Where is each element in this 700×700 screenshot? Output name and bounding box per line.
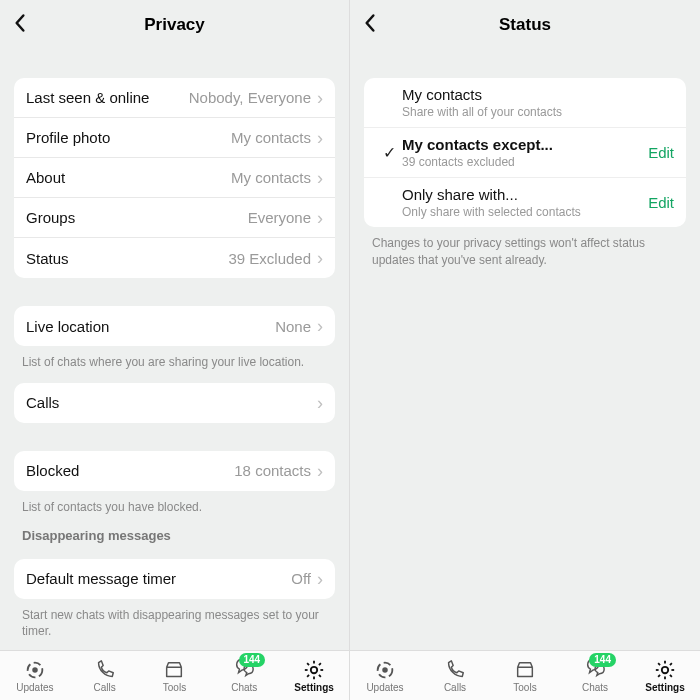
tab-label: Tools xyxy=(513,682,536,693)
privacy-screen: Privacy Last seen & online Nobody, Every… xyxy=(0,0,350,700)
live-location-note: List of chats where you are sharing your… xyxy=(14,346,335,371)
tab-tools[interactable]: Tools xyxy=(140,651,210,700)
row-calls[interactable]: Calls › xyxy=(14,383,335,423)
svg-point-12 xyxy=(382,667,388,673)
edit-button[interactable]: Edit xyxy=(640,144,674,161)
back-button[interactable] xyxy=(12,13,28,37)
tab-chats[interactable]: 144 Chats xyxy=(209,651,279,700)
tab-updates[interactable]: Updates xyxy=(350,651,420,700)
row-label: Status xyxy=(26,250,228,267)
svg-line-7 xyxy=(307,663,309,665)
chevron-right-icon: › xyxy=(317,129,323,147)
page-title: Status xyxy=(499,15,551,35)
status-option-only-share-with[interactable]: Only share with... Only share with selec… xyxy=(364,178,686,227)
svg-line-8 xyxy=(319,674,321,676)
row-value: My contacts xyxy=(231,169,311,186)
calls-group: Calls › xyxy=(14,383,335,423)
chevron-left-icon xyxy=(362,13,378,33)
svg-line-21 xyxy=(670,663,672,665)
chevron-right-icon: › xyxy=(317,462,323,480)
row-label: Groups xyxy=(26,209,248,226)
status-ring-icon xyxy=(374,659,396,681)
option-body: My contacts except... 39 contacts exclud… xyxy=(402,136,640,169)
phone-icon xyxy=(444,659,466,681)
privacy-main-group: Last seen & online Nobody, Everyone › Pr… xyxy=(14,78,335,278)
chevron-right-icon: › xyxy=(317,394,323,412)
tab-label: Updates xyxy=(16,682,53,693)
svg-point-13 xyxy=(662,666,668,672)
row-value: Off xyxy=(291,570,311,587)
privacy-content: Last seen & online Nobody, Everyone › Pr… xyxy=(0,50,349,700)
chevron-right-icon: › xyxy=(317,209,323,227)
tab-label: Settings xyxy=(645,682,684,693)
edit-button[interactable]: Edit xyxy=(640,194,674,211)
row-blocked[interactable]: Blocked 18 contacts › xyxy=(14,451,335,491)
tab-updates[interactable]: Updates xyxy=(0,651,70,700)
row-label: Calls xyxy=(26,394,311,411)
status-options-group: My contacts Share with all of your conta… xyxy=(364,78,686,227)
row-label: Blocked xyxy=(26,462,234,479)
svg-point-2 xyxy=(311,666,317,672)
header: Privacy xyxy=(0,0,349,50)
back-button[interactable] xyxy=(362,13,378,37)
chats-badge: 144 xyxy=(239,653,266,667)
row-label: Live location xyxy=(26,318,275,335)
disappearing-heading: Disappearing messages xyxy=(14,516,335,547)
row-label: About xyxy=(26,169,231,186)
row-value: Everyone xyxy=(248,209,311,226)
tab-bar: Updates Calls Tools 144 Chats Settings xyxy=(350,650,700,700)
blocked-group: Blocked 18 contacts › xyxy=(14,451,335,491)
tab-tools[interactable]: Tools xyxy=(490,651,560,700)
status-option-my-contacts[interactable]: My contacts Share with all of your conta… xyxy=(364,78,686,128)
chats-badge: 144 xyxy=(589,653,616,667)
tab-bar: Updates Calls Tools 144 Chats Settings xyxy=(0,650,349,700)
option-body: Only share with... Only share with selec… xyxy=(402,186,640,219)
row-groups[interactable]: Groups Everyone › xyxy=(14,198,335,238)
row-default-timer[interactable]: Default message timer Off › xyxy=(14,559,335,599)
status-screen: Status My contacts Share with all of you… xyxy=(350,0,700,700)
status-content: My contacts Share with all of your conta… xyxy=(350,50,700,700)
row-value: 39 Excluded xyxy=(228,250,311,267)
row-profile-photo[interactable]: Profile photo My contacts › xyxy=(14,118,335,158)
row-last-seen[interactable]: Last seen & online Nobody, Everyone › xyxy=(14,78,335,118)
tab-calls[interactable]: Calls xyxy=(420,651,490,700)
tab-label: Updates xyxy=(366,682,403,693)
row-value: Nobody, Everyone xyxy=(189,89,311,106)
status-ring-icon xyxy=(24,659,46,681)
option-title: My contacts except... xyxy=(402,136,640,153)
timer-group: Default message timer Off › xyxy=(14,559,335,599)
row-live-location[interactable]: Live location None › xyxy=(14,306,335,346)
gear-icon xyxy=(303,659,325,681)
tab-label: Chats xyxy=(231,682,257,693)
timer-note: Start new chats with disappearing messag… xyxy=(14,599,335,641)
option-subtitle: Share with all of your contacts xyxy=(402,105,674,119)
row-value: 18 contacts xyxy=(234,462,311,479)
tab-label: Tools xyxy=(163,682,186,693)
tab-label: Settings xyxy=(294,682,333,693)
svg-point-1 xyxy=(32,667,38,673)
chevron-right-icon: › xyxy=(317,89,323,107)
svg-line-20 xyxy=(658,674,660,676)
tab-chats[interactable]: 144 Chats xyxy=(560,651,630,700)
row-label: Last seen & online xyxy=(26,89,189,106)
tab-calls[interactable]: Calls xyxy=(70,651,140,700)
row-value: My contacts xyxy=(231,129,311,146)
tab-settings[interactable]: Settings xyxy=(630,651,700,700)
row-status[interactable]: Status 39 Excluded › xyxy=(14,238,335,278)
option-title: My contacts xyxy=(402,86,674,103)
chevron-right-icon: › xyxy=(317,169,323,187)
option-subtitle: Only share with selected contacts xyxy=(402,205,640,219)
gear-icon xyxy=(654,659,676,681)
option-title: Only share with... xyxy=(402,186,640,203)
row-value: None xyxy=(275,318,311,335)
chevron-right-icon: › xyxy=(317,249,323,267)
row-about[interactable]: About My contacts › xyxy=(14,158,335,198)
tab-settings[interactable]: Settings xyxy=(279,651,349,700)
status-option-my-contacts-except[interactable]: ✓ My contacts except... 39 contacts excl… xyxy=(364,128,686,178)
tab-label: Chats xyxy=(582,682,608,693)
option-body: My contacts Share with all of your conta… xyxy=(402,86,674,119)
row-label: Default message timer xyxy=(26,570,291,587)
header: Status xyxy=(350,0,700,50)
live-location-group: Live location None › xyxy=(14,306,335,346)
check-icon: ✓ xyxy=(376,143,402,162)
